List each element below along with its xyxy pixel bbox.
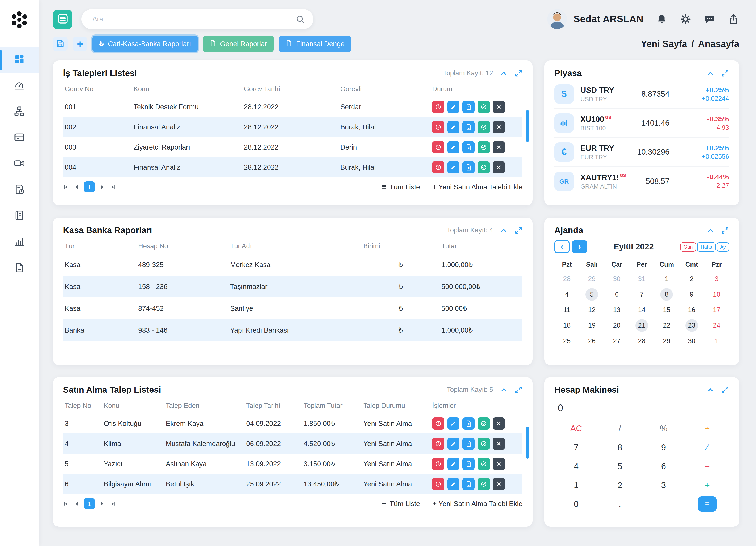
edit-pencil-icon[interactable] [447, 101, 459, 113]
edit-pencil-icon[interactable] [447, 121, 459, 133]
sidebar-item-ledger[interactable] [0, 125, 39, 151]
delete-close-icon[interactable] [493, 458, 505, 470]
column-header[interactable]: Tür [63, 239, 137, 254]
calendar-day[interactable]: 29 [654, 333, 679, 349]
calc-key[interactable]: = [698, 496, 717, 512]
calendar-day[interactable]: 12 [579, 302, 604, 318]
detail-file-icon[interactable] [462, 478, 475, 490]
add-purchase-request-link[interactable]: + Yeni Satın Alma Talebi Ekle [433, 500, 522, 508]
info-icon[interactable] [432, 458, 444, 470]
add-purchase-request-link[interactable]: + Yeni Satın Alma Talebi Ekle [433, 183, 522, 191]
column-header[interactable]: Konu [102, 398, 164, 413]
column-header[interactable]: Konu [132, 81, 242, 97]
calc-key[interactable]: 8 [598, 438, 642, 456]
calc-key[interactable]: AC [554, 420, 598, 437]
expand-icon[interactable] [515, 226, 522, 234]
edit-pencil-icon[interactable] [447, 458, 459, 470]
expand-icon[interactable] [721, 226, 729, 234]
approve-check-icon[interactable] [478, 458, 490, 470]
delete-close-icon[interactable] [493, 417, 505, 429]
info-icon[interactable] [432, 417, 444, 429]
tab-cari-kasa-banka-raporlari[interactable]: ₺ Cari-Kasa-Banka Raporları [92, 36, 198, 52]
approve-check-icon[interactable] [478, 161, 490, 173]
first-page-icon[interactable] [63, 500, 69, 507]
calc-key[interactable]: % [642, 420, 685, 437]
sidebar-item-dashboard[interactable] [0, 47, 39, 73]
collapse-chevron-icon[interactable] [706, 69, 714, 77]
calendar-day[interactable]: 26 [579, 333, 604, 349]
approve-check-icon[interactable] [478, 121, 490, 133]
info-icon[interactable] [432, 161, 444, 173]
calendar-day[interactable]: 5 [579, 286, 604, 302]
all-list-link[interactable]: ≡Tüm Liste [382, 499, 420, 508]
sidebar-item-video-camera[interactable] [0, 151, 39, 177]
expand-icon[interactable] [515, 69, 522, 77]
info-icon[interactable] [432, 478, 444, 490]
delete-close-icon[interactable] [493, 478, 505, 490]
detail-file-icon[interactable] [462, 417, 475, 429]
calendar-day[interactable]: 2 [679, 271, 704, 286]
calendar-day[interactable]: 28 [554, 271, 579, 286]
delete-close-icon[interactable] [493, 161, 505, 173]
cell-talep-durumu-link[interactable]: Yeni Satın Alma [362, 474, 431, 494]
search-input[interactable] [81, 9, 313, 29]
calc-key[interactable]: / [598, 420, 642, 437]
column-header[interactable]: Talep No [63, 398, 102, 413]
sidebar-item-gauge[interactable] [0, 73, 39, 99]
edit-pencil-icon[interactable] [447, 437, 459, 450]
market-row[interactable]: €EUR TRYEUR TRY10.30296+0.25%+0.02556 [554, 138, 729, 167]
calc-key[interactable]: 6 [642, 457, 685, 475]
calc-key[interactable]: 3 [642, 476, 685, 494]
approve-check-icon[interactable] [478, 141, 490, 153]
delete-close-icon[interactable] [493, 101, 505, 113]
calendar-day[interactable]: 6 [604, 286, 629, 302]
calendar-day[interactable]: 30 [604, 271, 629, 286]
delete-close-icon[interactable] [493, 437, 505, 450]
approve-check-icon[interactable] [478, 437, 490, 450]
cell-tur-adi-link[interactable]: Merkez Kasa [228, 254, 362, 276]
search-icon[interactable] [295, 14, 305, 26]
calendar-day[interactable]: 21 [629, 318, 654, 333]
calendar-day[interactable]: 17 [704, 302, 729, 318]
column-header[interactable]: Talep Tarihi [244, 398, 302, 413]
detail-file-icon[interactable] [462, 141, 475, 153]
delete-close-icon[interactable] [493, 141, 505, 153]
calc-key[interactable]: 9 [642, 438, 685, 456]
column-header[interactable]: İşlemler [431, 398, 522, 413]
expand-icon[interactable] [515, 386, 522, 394]
calc-key[interactable]: − [685, 457, 729, 475]
info-icon[interactable] [432, 121, 444, 133]
market-row[interactable]: XU100GSBIST 1001401.46-0.35%-4.93 [554, 109, 729, 138]
tab-genel-raporlar[interactable]: Genel Raporlar [203, 36, 274, 52]
collapse-chevron-icon[interactable] [706, 386, 714, 394]
next-page-icon[interactable] [99, 500, 105, 507]
column-header[interactable]: Görev No [63, 81, 132, 97]
calc-key[interactable]: ÷ [685, 420, 729, 437]
view-month-button[interactable]: Ay [717, 242, 729, 251]
column-header[interactable]: Birimi [362, 239, 440, 254]
detail-file-icon[interactable] [462, 161, 475, 173]
sidebar-item-hierarchy[interactable] [0, 99, 39, 125]
calendar-day[interactable]: 22 [654, 318, 679, 333]
detail-file-icon[interactable] [462, 458, 475, 470]
calendar-day[interactable]: 1 [654, 271, 679, 286]
calc-key[interactable]: 7 [554, 438, 598, 456]
calendar-day[interactable]: 16 [679, 302, 704, 318]
save-button[interactable] [53, 37, 68, 51]
calendar-next-button[interactable]: › [572, 240, 587, 253]
calendar-day[interactable]: 10 [704, 286, 729, 302]
calc-key[interactable]: 0 [554, 495, 598, 513]
edit-pencil-icon[interactable] [447, 478, 459, 490]
current-page[interactable]: 1 [84, 498, 95, 509]
calendar-day[interactable]: 9 [679, 286, 704, 302]
column-header[interactable]: Durum [431, 81, 522, 97]
calendar-day[interactable]: 19 [579, 318, 604, 333]
column-header[interactable]: Görevli [339, 81, 431, 97]
sidebar-item-invoice-history[interactable] [0, 177, 39, 203]
view-day-button[interactable]: Gün [680, 242, 696, 251]
cell-tur-adi-link[interactable]: Taşınmazlar [228, 276, 362, 297]
prev-page-icon[interactable] [73, 500, 80, 507]
calc-key[interactable]: + [685, 476, 729, 494]
market-row[interactable]: $USD TRYUSD TRY8.87354+0.25%+0.02244 [554, 80, 729, 109]
settings-gear-icon[interactable] [680, 13, 691, 25]
